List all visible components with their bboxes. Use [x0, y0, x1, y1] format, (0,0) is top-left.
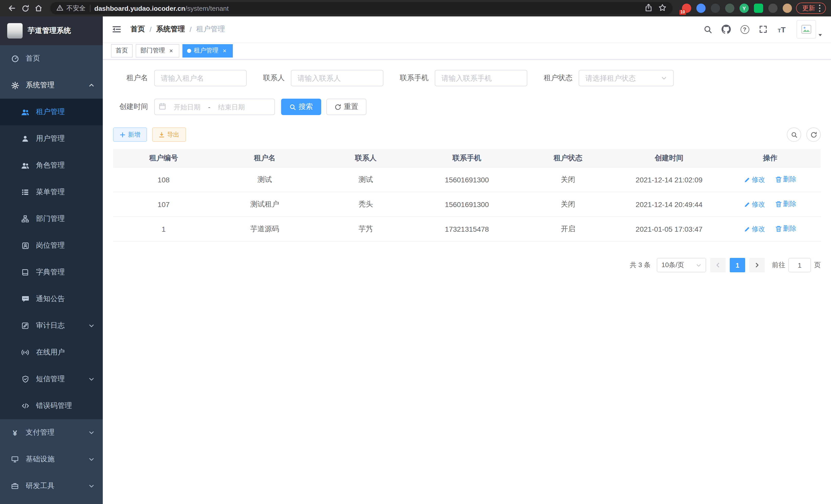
github-icon[interactable] [718, 22, 734, 37]
close-icon[interactable]: × [168, 47, 175, 54]
sidebar-item-label: 用户管理 [36, 134, 94, 143]
user-menu[interactable] [797, 20, 823, 38]
security-chip[interactable]: 不安全 [57, 4, 86, 12]
edit-link[interactable]: 修改 [744, 175, 765, 184]
chevron-down-icon [88, 456, 94, 463]
avatar [797, 20, 816, 38]
phone-input[interactable] [441, 74, 521, 82]
sidebar-item-system[interactable]: 系统管理 [0, 72, 103, 99]
sidebar-item-label: 研发工具 [26, 481, 82, 491]
extension-icon-1[interactable]: 10 [682, 4, 691, 13]
cell-tenant-id: 1 [113, 225, 214, 233]
cell-phone: 15601691300 [416, 200, 517, 208]
delete-link[interactable]: 删除 [775, 175, 796, 184]
address-bar[interactable]: 不安全 dashboard.yudao.iocoder.cn/system/te… [50, 2, 673, 14]
extension-icon-7[interactable] [768, 4, 778, 13]
prev-page-button[interactable] [710, 258, 726, 272]
breadcrumb-home[interactable]: 首页 [131, 25, 145, 34]
user-icon [21, 135, 30, 142]
search-button[interactable]: 搜索 [281, 99, 321, 115]
tag-tenant[interactable]: 租户管理 × [182, 44, 233, 57]
add-button[interactable]: 新增 [113, 127, 147, 142]
sidebar-item-label: 支付管理 [26, 428, 82, 437]
extension-icon-2[interactable] [696, 4, 706, 13]
export-button-label: 导出 [167, 130, 179, 139]
sidebar-item-sms[interactable]: 短信管理 [0, 366, 103, 392]
sidebar-item-user[interactable]: 用户管理 [0, 125, 103, 152]
contact-input[interactable] [297, 74, 377, 82]
sidebar-item-audit-log[interactable]: 审计日志 [0, 313, 103, 339]
warning-icon [57, 4, 63, 12]
sidebar-item-menu[interactable]: 菜单管理 [0, 179, 103, 206]
tag-dept[interactable]: 部门管理 × [136, 44, 179, 57]
menu-list-icon [21, 188, 30, 196]
sidebar-item-dept[interactable]: 部门管理 [0, 206, 103, 232]
app-logo[interactable]: 芋道管理系统 [0, 17, 103, 45]
date-range-picker[interactable]: - [154, 99, 275, 115]
tag-home[interactable]: 首页 [111, 44, 133, 57]
navbar-actions: ? TT [700, 20, 823, 38]
extension-icon-6[interactable] [754, 4, 763, 13]
audit-log-icon [21, 322, 30, 329]
delete-link[interactable]: 删除 [775, 200, 796, 209]
toggle-search-button[interactable] [787, 127, 801, 142]
extension-icon-5[interactable]: Y [740, 4, 749, 13]
post-badge-icon [21, 242, 30, 249]
sidebar-item-label: 通知公告 [36, 294, 94, 304]
goto-page-input[interactable] [789, 258, 811, 272]
cell-phone: 17321315478 [416, 225, 517, 233]
font-size-icon[interactable]: TT [774, 22, 790, 37]
extension-icon-3[interactable] [711, 4, 720, 13]
delete-label: 删除 [783, 175, 796, 184]
page-size-select[interactable]: 10条/页 [657, 258, 706, 272]
sidebar-item-dict[interactable]: 字典管理 [0, 259, 103, 286]
share-icon[interactable] [645, 3, 652, 13]
cell-tenant-name: 测试租户 [214, 200, 315, 209]
status-select-input[interactable] [585, 74, 658, 82]
export-button[interactable]: 导出 [152, 127, 186, 142]
col-tenant-name: 租户名 [214, 153, 315, 162]
phone-label: 联系手机 [400, 73, 429, 83]
hamburger-icon[interactable] [107, 25, 126, 33]
sidebar-item-notice[interactable]: 通知公告 [0, 286, 103, 313]
sidebar-item-post[interactable]: 岗位管理 [0, 232, 103, 259]
status-select[interactable] [579, 70, 674, 86]
sidebar-item-home[interactable]: 首页 [0, 45, 103, 72]
home-button[interactable] [32, 2, 45, 15]
tenant-name-input[interactable] [161, 74, 240, 82]
sidebar-item-dev-tools[interactable]: 研发工具 [0, 473, 103, 499]
profile-avatar[interactable] [783, 4, 792, 13]
screen: 不安全 dashboard.yudao.iocoder.cn/system/te… [0, 0, 831, 504]
close-icon[interactable]: × [221, 47, 228, 54]
sidebar-item-error-code[interactable]: 错误码管理 [0, 392, 103, 419]
reload-button[interactable] [19, 2, 32, 15]
tag-label: 租户管理 [194, 46, 219, 55]
sidebar-item-pay[interactable]: ¥ 支付管理 [0, 419, 103, 446]
url-path: /system/tenant [185, 4, 229, 12]
cell-actions: 修改 删除 [720, 200, 821, 209]
date-end-input[interactable] [212, 103, 251, 111]
search-icon[interactable] [700, 22, 715, 37]
bookmark-star-icon[interactable] [658, 3, 666, 13]
reset-button[interactable]: 重置 [326, 99, 366, 115]
sidebar-item-tenant[interactable]: 租户管理 [0, 99, 103, 125]
sidebar-item-infra[interactable]: 基础设施 [0, 446, 103, 473]
dev-tools-icon [10, 482, 20, 490]
edit-link[interactable]: 修改 [744, 225, 765, 234]
kebab-menu-icon[interactable] [819, 4, 821, 12]
edit-link[interactable]: 修改 [744, 200, 765, 209]
chevron-down-icon [88, 323, 94, 329]
refresh-button[interactable] [806, 127, 821, 142]
back-button[interactable] [5, 2, 19, 15]
sidebar-item-role[interactable]: 角色管理 [0, 152, 103, 179]
next-page-button[interactable] [749, 258, 765, 272]
help-icon[interactable]: ? [737, 22, 752, 37]
date-start-input[interactable] [168, 103, 206, 111]
extension-icon-4[interactable] [725, 4, 735, 13]
browser-update-button[interactable]: 更新 [796, 3, 826, 14]
page-1-button[interactable]: 1 [730, 258, 745, 272]
chevron-down-icon [88, 376, 94, 382]
delete-link[interactable]: 删除 [775, 224, 796, 234]
fullscreen-icon[interactable] [755, 22, 771, 37]
sidebar-item-online-user[interactable]: 在线用户 [0, 339, 103, 366]
